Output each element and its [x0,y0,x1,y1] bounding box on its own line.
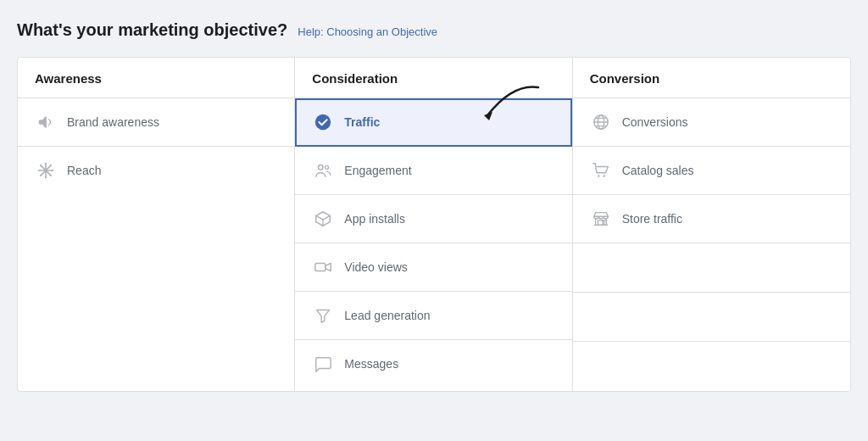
svg-marker-13 [484,112,492,120]
objectives-grid: Awareness Brand awareness [17,57,851,392]
awareness-column-title: Awareness [18,58,294,98]
svg-point-4 [45,163,47,165]
catalog-sales-label: Catalog sales [622,164,694,177]
consideration-column: Consideration Traffic [295,58,572,391]
svg-rect-17 [315,263,326,271]
reach-item[interactable]: Reach [18,147,294,194]
traffic-item[interactable]: Traffic [295,98,571,147]
svg-point-15 [326,165,329,169]
svg-point-11 [40,175,42,176]
conversion-column: Conversion Conversions [573,58,850,391]
brand-awareness-item[interactable]: Brand awareness [18,98,294,147]
conversion-column-title: Conversion [573,58,850,98]
chat-icon [312,353,334,375]
svg-point-5 [45,176,47,178]
messages-label: Messages [344,357,398,371]
help-link[interactable]: Help: Choosing an Objective [298,25,437,38]
empty-slot-2 [573,293,850,342]
people-icon [312,159,334,181]
lead-generation-item[interactable]: Lead generation [295,292,571,340]
consideration-column-title: Consideration [295,58,571,98]
reach-label: Reach [67,164,101,177]
cart-icon [590,159,612,181]
app-installs-label: App installs [344,212,405,226]
page-header: What's your marketing objective? Help: C… [17,20,851,40]
engagement-label: Engagement [344,164,411,177]
svg-point-8 [40,165,42,166]
awareness-column: Awareness Brand awareness [18,58,295,391]
empty-slot-3 [573,342,850,391]
app-installs-item[interactable]: App installs [295,195,571,243]
svg-point-7 [52,170,53,171]
catalog-sales-item[interactable]: Catalog sales [573,147,850,195]
page-wrapper: What's your marketing objective? Help: C… [17,20,851,392]
svg-point-14 [319,165,324,170]
globe-icon [590,111,612,133]
lead-generation-label: Lead generation [344,309,430,322]
store-icon [590,208,612,230]
filter-icon [312,304,334,327]
svg-point-12 [315,114,331,130]
brand-awareness-label: Brand awareness [67,115,159,129]
engagement-item[interactable]: Engagement [295,147,571,195]
svg-point-24 [603,175,605,177]
conversions-label: Conversions [622,115,688,129]
store-traffic-label: Store traffic [622,212,682,226]
messages-item[interactable]: Messages [295,340,571,388]
svg-point-10 [50,165,52,166]
svg-point-6 [38,170,40,171]
empty-slot-1 [573,243,850,293]
conversions-item[interactable]: Conversions [573,98,850,147]
traffic-label: Traffic [344,115,380,129]
svg-point-9 [50,175,52,176]
page-title: What's your marketing objective? [17,20,287,40]
video-icon [312,256,334,278]
video-views-label: Video views [344,260,407,274]
svg-rect-25 [598,220,604,226]
box-icon [312,208,334,230]
svg-point-23 [598,175,600,177]
video-views-item[interactable]: Video views [295,243,571,292]
megaphone-icon [35,111,57,133]
store-traffic-item[interactable]: Store traffic [573,195,850,243]
check-circle-icon [312,111,334,133]
snowflake-icon [35,159,57,181]
